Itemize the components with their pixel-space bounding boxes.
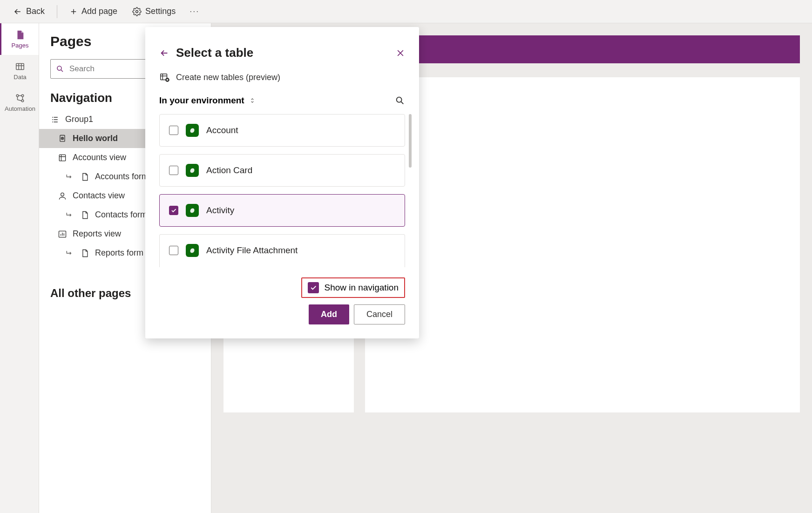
rail-label: Pages <box>12 42 29 49</box>
more-button[interactable]: ··· <box>185 7 204 16</box>
nav-label: Reports view <box>73 229 121 239</box>
dataverse-icon <box>186 244 199 257</box>
plus-icon <box>69 7 78 16</box>
svg-point-3 <box>21 100 24 102</box>
chart-icon <box>58 230 67 239</box>
svg-point-4 <box>21 94 24 97</box>
rail-item-pages[interactable]: Pages <box>0 23 39 55</box>
rail-item-data[interactable]: Data <box>0 55 39 87</box>
add-page-label: Add page <box>81 7 117 16</box>
environment-section-toggle[interactable]: In your environment <box>159 95 256 106</box>
rail-item-automation[interactable]: Automation <box>0 87 39 118</box>
nav-label: Contacts form <box>95 210 147 220</box>
svg-point-5 <box>57 66 61 70</box>
environment-label: In your environment <box>159 95 244 106</box>
svg-point-22 <box>397 97 402 102</box>
view-icon <box>58 153 67 162</box>
preview-pane <box>365 77 800 412</box>
nav-label: Hello world <box>73 134 118 143</box>
table-label: Activity <box>206 205 234 216</box>
back-arrow-icon <box>13 7 22 16</box>
gear-icon <box>132 7 142 16</box>
checkbox-unchecked[interactable] <box>169 166 178 175</box>
dialog-back-button[interactable] <box>159 48 169 58</box>
nav-label: Accounts view <box>73 153 126 162</box>
add-page-button[interactable]: Add page <box>64 4 123 19</box>
subform-arrow-icon <box>65 249 74 258</box>
list-icon <box>50 115 60 124</box>
show-in-navigation-label: Show in navigation <box>325 283 399 293</box>
subform-arrow-icon <box>65 210 74 220</box>
dialog-title: Select a table <box>176 46 389 60</box>
rail-label: Automation <box>5 105 35 112</box>
table-label: Action Card <box>206 165 252 176</box>
toolbar-divider <box>57 5 57 18</box>
create-new-label: Create new tables (preview) <box>176 73 280 82</box>
table-item-account[interactable]: Account <box>159 114 405 147</box>
sort-chevron-icon <box>249 96 256 105</box>
top-toolbar: Back Add page Settings ··· <box>0 0 812 23</box>
table-label: Activity File Attachment <box>206 245 298 256</box>
checkbox-checked[interactable] <box>169 206 178 215</box>
checkbox-checked[interactable] <box>308 282 319 293</box>
nav-label: Reports form <box>95 248 143 258</box>
table-list: Account Action Card Activity Activity Fi… <box>159 114 405 267</box>
rail-label: Data <box>14 74 26 81</box>
svg-point-0 <box>136 10 138 13</box>
form-icon <box>80 249 89 258</box>
select-table-dialog: Select a table Create new tables (previe… <box>145 27 419 338</box>
left-rail: Pages Data Automation <box>0 23 39 513</box>
svg-point-9 <box>61 193 64 196</box>
subform-arrow-icon <box>65 172 74 182</box>
back-label: Back <box>26 7 45 16</box>
nav-label: Group1 <box>65 115 93 124</box>
svg-rect-1 <box>16 63 24 69</box>
table-item-action-card[interactable]: Action Card <box>159 154 405 187</box>
nav-label: Accounts form <box>95 172 149 182</box>
dialog-close-button[interactable] <box>396 48 405 58</box>
dialog-search-button[interactable] <box>395 95 405 106</box>
create-new-tables-button[interactable]: Create new tables (preview) <box>159 72 405 82</box>
checkbox-unchecked[interactable] <box>169 126 178 135</box>
form-icon <box>80 210 89 220</box>
svg-rect-8 <box>59 155 65 161</box>
settings-label: Settings <box>145 7 176 16</box>
settings-button[interactable]: Settings <box>127 4 181 19</box>
dataverse-icon <box>186 164 199 177</box>
add-button[interactable]: Add <box>309 304 349 324</box>
dataverse-icon <box>186 204 199 217</box>
table-item-activity[interactable]: Activity <box>159 194 405 227</box>
scrollbar-thumb[interactable] <box>409 114 412 168</box>
contacts-icon <box>58 191 67 201</box>
custom-page-icon <box>58 134 67 143</box>
table-label: Account <box>206 125 238 135</box>
page-icon <box>15 30 25 40</box>
side-panel-title: Pages <box>50 34 91 49</box>
nav-label: Contacts view <box>73 191 125 201</box>
flow-icon <box>15 93 25 103</box>
back-button[interactable]: Back <box>7 4 50 19</box>
table-icon <box>15 61 25 72</box>
svg-point-2 <box>16 94 19 97</box>
table-item-activity-file-attachment[interactable]: Activity File Attachment <box>159 234 405 267</box>
dataverse-icon <box>186 124 199 137</box>
cancel-button[interactable]: Cancel <box>354 304 405 324</box>
create-table-icon <box>159 72 169 82</box>
search-icon <box>56 65 64 73</box>
checkbox-unchecked[interactable] <box>169 246 178 255</box>
show-in-navigation-checkbox[interactable]: Show in navigation <box>301 277 406 298</box>
form-icon <box>80 172 89 182</box>
